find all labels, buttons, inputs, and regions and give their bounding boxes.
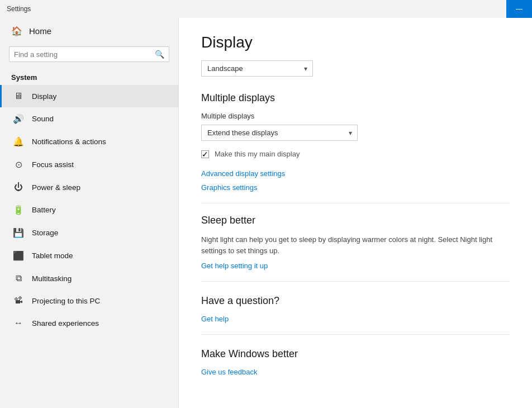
advanced-display-link[interactable]: Advanced display settings — [201, 169, 510, 178]
sidebar-item-label-battery: Battery — [32, 206, 56, 214]
sidebar-item-multitasking[interactable]: ⧉Multitasking — [0, 267, 178, 290]
main-display-row: ✓ Make this my main display — [201, 150, 510, 158]
display-icon: 🖥 — [13, 91, 24, 101]
sidebar-item-display[interactable]: 🖥Display — [0, 85, 178, 107]
have-question-heading: Have a question? — [201, 295, 510, 307]
sidebar-home-button[interactable]: 🏠 Home — [0, 18, 178, 44]
multiple-displays-heading: Multiple displays — [201, 92, 510, 104]
checkbox-check-icon: ✓ — [202, 150, 208, 159]
sidebar-home-label: Home — [29, 26, 51, 36]
sidebar-item-label-notifications: Notifications & actions — [32, 137, 106, 146]
search-box[interactable]: 🔍 — [9, 46, 169, 62]
have-question-section: Have a question? Get help — [201, 295, 510, 323]
search-icon: 🔍 — [155, 50, 164, 59]
main-display-label: Make this my main display — [215, 150, 300, 158]
divider-2 — [201, 281, 510, 282]
orientation-select[interactable]: Landscape — [201, 60, 313, 77]
multitasking-icon: ⧉ — [13, 273, 24, 283]
battery-icon: 🔋 — [13, 205, 24, 215]
power-icon: ⏻ — [13, 182, 24, 192]
sidebar-item-label-shared: Shared experiences — [32, 319, 99, 328]
sidebar-item-shared[interactable]: ↔Shared experiences — [0, 312, 178, 334]
sleep-better-desc: Night light can help you get to sleep by… — [201, 234, 510, 256]
nav-items-list: 🖥Display🔊Sound🔔Notifications & actions⊙F… — [0, 85, 178, 334]
shared-icon: ↔ — [13, 318, 24, 328]
sidebar-item-notifications[interactable]: 🔔Notifications & actions — [0, 130, 178, 153]
sidebar-item-focus[interactable]: ⊙Focus assist — [0, 153, 178, 176]
multiple-displays-select[interactable]: Extend these displaysDuplicate these dis… — [201, 125, 358, 141]
titlebar-title: Settings — [7, 5, 31, 13]
home-icon: 🏠 — [11, 26, 22, 36]
sidebar-item-sound[interactable]: 🔊Sound — [0, 107, 178, 130]
give-feedback-link[interactable]: Give us feedback — [201, 368, 510, 376]
sleep-better-heading: Sleep better — [201, 215, 510, 226]
search-input[interactable] — [14, 50, 150, 59]
sidebar-item-label-focus: Focus assist — [32, 160, 74, 169]
focus-icon: ⊙ — [13, 159, 24, 170]
sound-icon: 🔊 — [13, 113, 24, 124]
app-body: 🏠 Home 🔍 System 🖥Display🔊Sound🔔Notificat… — [0, 18, 532, 408]
orientation-select-wrapper[interactable]: Landscape ▾ — [201, 60, 313, 77]
projecting-icon: 📽 — [13, 296, 24, 306]
sidebar-item-label-storage: Storage — [32, 229, 58, 237]
sidebar: 🏠 Home 🔍 System 🖥Display🔊Sound🔔Notificat… — [0, 18, 179, 408]
system-section-title: System — [0, 69, 178, 85]
notifications-icon: 🔔 — [13, 136, 24, 147]
multiple-displays-select-wrapper[interactable]: Extend these displaysDuplicate these dis… — [201, 125, 358, 141]
sidebar-item-label-multitasking: Multitasking — [32, 274, 72, 283]
graphics-settings-link[interactable]: Graphics settings — [201, 183, 510, 192]
make-windows-better-section: Make Windows better Give us feedback — [201, 348, 510, 376]
minimize-button[interactable]: — — [506, 0, 532, 18]
sidebar-item-power[interactable]: ⏻Power & sleep — [0, 176, 178, 198]
storage-icon: 💾 — [13, 227, 24, 238]
page-title: Display — [201, 34, 510, 51]
sidebar-item-storage[interactable]: 💾Storage — [0, 221, 178, 244]
content-area: Display Landscape ▾ Multiple displays Mu… — [179, 18, 532, 408]
sidebar-item-label-sound: Sound — [32, 115, 54, 123]
divider-3 — [201, 334, 510, 335]
sidebar-item-label-projecting: Projecting to this PC — [32, 297, 100, 305]
get-help-link[interactable]: Get help — [201, 315, 510, 323]
titlebar: Settings — — [0, 0, 532, 18]
tablet-icon: ⬛ — [13, 250, 24, 261]
get-help-setting-link[interactable]: Get help setting it up — [201, 262, 510, 270]
sidebar-item-battery[interactable]: 🔋Battery — [0, 198, 178, 221]
sidebar-item-label-power: Power & sleep — [32, 183, 80, 192]
sidebar-item-label-tablet: Tablet mode — [32, 252, 73, 260]
main-display-checkbox[interactable]: ✓ — [201, 150, 209, 158]
make-windows-heading: Make Windows better — [201, 348, 510, 360]
sidebar-item-label-display: Display — [32, 92, 56, 101]
titlebar-controls: — — [506, 0, 532, 18]
sidebar-item-tablet[interactable]: ⬛Tablet mode — [0, 244, 178, 267]
divider-1 — [201, 203, 510, 203]
multiple-displays-label: Multiple displays — [201, 112, 510, 120]
sidebar-item-projecting[interactable]: 📽Projecting to this PC — [0, 290, 178, 312]
